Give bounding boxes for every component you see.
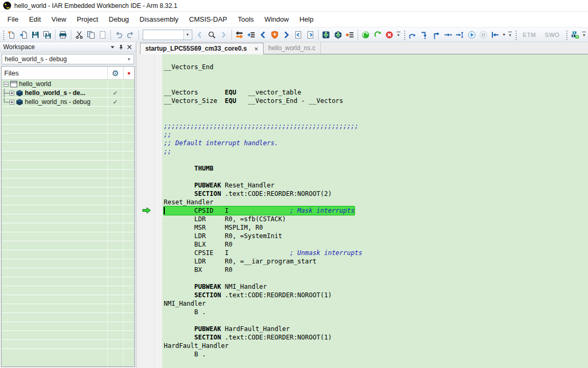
find-icon[interactable] xyxy=(206,29,217,41)
editor-pane: startup_LPC55S69_cm33_core0.s×hello_worl… xyxy=(140,42,588,368)
menu-debug[interactable]: Debug xyxy=(104,12,134,27)
redo-icon[interactable] xyxy=(125,29,136,41)
toolbar-overflow-button[interactable]: ▾ xyxy=(396,29,402,41)
menu-window[interactable]: Window xyxy=(259,12,294,27)
settings-column-header[interactable]: ⚙ xyxy=(107,67,123,79)
menu-file[interactable]: File xyxy=(2,12,24,27)
navigate-backward-icon[interactable] xyxy=(257,29,268,41)
empty-row xyxy=(2,125,134,134)
code-line: __Vectors_End xyxy=(164,63,588,71)
menu-cmsis-dap[interactable]: CMSIS-DAP xyxy=(184,12,232,27)
configuration-dropdown-value: hello_world_s - debug xyxy=(2,55,124,63)
menu-disassembly[interactable]: Disassembly xyxy=(134,12,184,27)
build-check-cell: ✓ xyxy=(107,99,123,106)
copy-icon[interactable] xyxy=(85,29,96,41)
code-line: CPSIE I ; Unmask interrupts xyxy=(164,249,588,257)
empty-row xyxy=(2,304,134,313)
open-document-icon[interactable] xyxy=(18,29,29,41)
edit-breakpoints-icon[interactable] xyxy=(344,29,355,41)
workspace-pin-button[interactable] xyxy=(117,43,125,51)
editor-gutter[interactable] xyxy=(140,54,162,368)
code-line xyxy=(164,80,588,88)
toggle-bookmark-icon[interactable] xyxy=(269,29,280,41)
code-line: THUMB xyxy=(164,164,588,173)
code-line: SECTION .text:CODE:REORDER:NOROOT(1) xyxy=(164,333,588,342)
dropdown-arrow-button[interactable]: ▾ xyxy=(501,29,507,41)
save-icon[interactable] xyxy=(30,29,41,41)
code-line: BLX R0 xyxy=(164,240,588,249)
text-caret xyxy=(164,207,165,214)
tab-hello-world-ns-c[interactable]: hello_world_ns.c xyxy=(264,42,321,54)
expand-icon[interactable] xyxy=(10,91,14,96)
menu-help[interactable]: Help xyxy=(294,12,319,27)
print-icon[interactable] xyxy=(58,29,69,41)
navigate-forward-icon[interactable] xyxy=(281,29,292,41)
break-icon[interactable] xyxy=(478,29,489,41)
tree-item-hello-world-s-de-[interactable]: hello_world_s - de...✓ xyxy=(2,89,134,98)
toolbar-overflow-button[interactable]: ▾ xyxy=(507,29,513,41)
code-editor[interactable]: __Vectors_End__Vectors EQU __vector_tabl… xyxy=(162,54,588,368)
menu-view[interactable]: View xyxy=(46,12,71,27)
find-combo[interactable]: ▾ xyxy=(143,30,192,40)
empty-row xyxy=(2,161,134,169)
empty-row xyxy=(2,232,134,241)
toolbar-button-swo[interactable]: SWO xyxy=(540,29,564,41)
empty-row xyxy=(2,152,134,161)
collapse-icon[interactable] xyxy=(4,82,8,87)
find-combo-input[interactable] xyxy=(143,30,183,40)
save-all-icon[interactable] xyxy=(42,29,53,41)
code-line: B . xyxy=(164,308,588,316)
new-document-icon[interactable] xyxy=(6,29,17,41)
code-line: SECTION .text:CODE:REORDER:NOROOT(1) xyxy=(164,291,588,299)
debug-without-downloading-icon[interactable] xyxy=(332,29,343,41)
toolbar-overflow-button[interactable]: ▾ xyxy=(581,29,587,41)
next-statement-icon[interactable] xyxy=(442,29,453,41)
reset-debug-icon[interactable] xyxy=(490,29,501,41)
menu-tools[interactable]: Tools xyxy=(232,12,259,27)
next-file-icon[interactable] xyxy=(304,29,315,41)
tree-item-hello-world-ns-debug[interactable]: hello_world_ns - debug✓ xyxy=(2,98,134,107)
empty-row xyxy=(2,214,134,223)
tab-startup-lpc55s69-cm33-core0-s[interactable]: startup_LPC55S69_cm33_core0.s× xyxy=(140,43,264,54)
previous-file-icon[interactable] xyxy=(293,29,304,41)
code-line xyxy=(164,274,588,282)
toolbar-separator xyxy=(110,30,111,40)
download-and-debug-icon[interactable] xyxy=(321,29,332,41)
close-icon[interactable]: × xyxy=(254,45,258,52)
workspace-close-button[interactable] xyxy=(125,43,134,51)
expand-icon[interactable] xyxy=(10,100,14,105)
find-previous-icon[interactable] xyxy=(194,29,206,41)
empty-row xyxy=(2,178,134,187)
step-out-icon[interactable] xyxy=(431,29,442,41)
configuration-dropdown[interactable]: hello_world_s - debug ▾ xyxy=(2,54,134,64)
toolbar-separator xyxy=(318,30,319,40)
go-to-function-icon[interactable] xyxy=(246,29,257,41)
undo-icon[interactable] xyxy=(113,29,124,41)
step-into-icon[interactable] xyxy=(419,29,430,41)
stop-debugging-icon[interactable] xyxy=(384,29,395,41)
step-over-icon[interactable] xyxy=(407,29,418,41)
reload-icon[interactable] xyxy=(372,29,383,41)
breakpoint-column-header[interactable]: ● xyxy=(123,67,134,79)
go-icon[interactable] xyxy=(466,29,477,41)
cut-icon[interactable] xyxy=(73,29,85,41)
power-log-icon[interactable] xyxy=(570,29,581,41)
menu-edit[interactable]: Edit xyxy=(24,12,46,27)
find-next-icon[interactable] xyxy=(218,29,229,41)
paste-icon[interactable] xyxy=(97,29,108,41)
toolbar-button-etm[interactable]: ETM xyxy=(519,29,540,41)
tree-item-hello-world[interactable]: hello_world xyxy=(2,80,134,89)
reset-icon[interactable] xyxy=(360,29,371,41)
chevron-down-icon[interactable]: ▾ xyxy=(183,30,192,40)
code-line: PUBWEAK NMI_Handler xyxy=(164,282,588,291)
editor-tab-bar: startup_LPC55S69_cm33_core0.s×hello_worl… xyxy=(140,42,588,54)
breakpoint-margin[interactable] xyxy=(155,54,162,368)
project-icon xyxy=(16,99,23,106)
files-tree: hello_worldhello_world_s - de...✓hello_w… xyxy=(2,80,134,349)
menu-project[interactable]: Project xyxy=(71,12,103,27)
workspace-menu-button[interactable] xyxy=(108,43,117,51)
code-line xyxy=(164,156,588,164)
run-to-cursor-icon[interactable] xyxy=(454,29,465,41)
navigate-swap-icon[interactable] xyxy=(234,29,245,41)
code-line xyxy=(164,173,588,181)
